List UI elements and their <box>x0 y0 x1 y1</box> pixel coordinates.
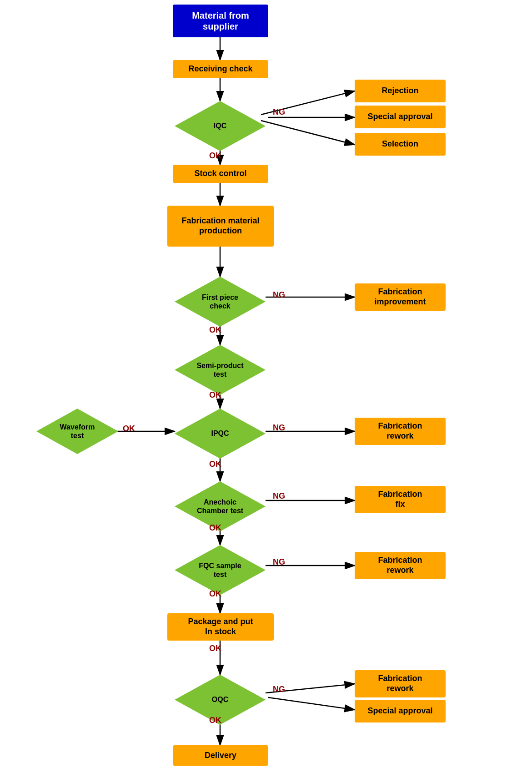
waveform-test-wrapper: Waveform test <box>36 409 118 454</box>
anechoic-ok-label: OK <box>209 523 221 533</box>
oqc-ng-label: NG <box>273 685 285 694</box>
package-put-in-stock-box: Package and put In stock <box>167 613 274 641</box>
fabrication-rework-3-box: Fabrication rework <box>355 670 446 697</box>
ipqc-wrapper: IPQC <box>175 409 266 459</box>
arrows-svg <box>0 0 532 778</box>
waveform-test-diamond: Waveform test <box>36 409 118 454</box>
fabrication-rework-1-box: Fabrication rework <box>355 418 446 445</box>
selection-box: Selection <box>355 133 446 156</box>
ipqc-ng-label: NG <box>273 423 285 433</box>
fab-material-production-box: Fabrication material production <box>167 206 274 247</box>
ipqc-ok-label: OK <box>209 460 221 469</box>
svg-line-21 <box>268 697 355 710</box>
fabrication-fix-box: Fabrication fix <box>355 486 446 513</box>
iqc-diamond: IQC <box>175 101 266 151</box>
fabrication-rework-2-box: Fabrication rework <box>355 552 446 579</box>
oqc-ok-label: OK <box>209 716 221 725</box>
fqc-ok-label: OK <box>209 589 221 599</box>
anechoic-ng-label: NG <box>273 491 285 501</box>
package-ok-label: OK <box>209 644 221 653</box>
first-piece-ok-label: OK <box>209 325 221 335</box>
fqc-sample-test-diamond: FQC sample test <box>175 545 266 595</box>
fabrication-improvement-box: Fabrication improvement <box>355 283 446 311</box>
waveform-ok-label: OK <box>123 424 135 434</box>
iqc-diamond-wrapper: IQC <box>175 101 266 151</box>
ipqc-diamond: IPQC <box>175 409 266 459</box>
material-from-supplier-box: Material from supplier <box>173 5 268 37</box>
svg-line-5 <box>261 121 355 145</box>
fqc-ng-label: NG <box>273 557 285 567</box>
fqc-sample-test-wrapper: FQC sample test <box>175 545 266 595</box>
rejection-box: Rejection <box>355 80 446 102</box>
delivery-box: Delivery <box>173 745 268 766</box>
receiving-check-box: Receiving check <box>173 60 268 78</box>
semi-product-test-wrapper: Semi-product test <box>175 345 266 395</box>
iqc-ng-label: NG <box>273 107 285 117</box>
semi-product-ok-label: OK <box>209 390 221 400</box>
first-piece-check-diamond: First piece check <box>175 277 266 327</box>
flowchart: Material from supplier Receiving check I… <box>0 0 532 778</box>
first-piece-check-wrapper: First piece check <box>175 277 266 327</box>
semi-product-test-diamond: Semi-product test <box>175 345 266 395</box>
stock-control-box: Stock control <box>173 165 268 183</box>
iqc-ok-label: OK <box>209 151 221 161</box>
special-approval-2-box: Special approval <box>355 700 446 722</box>
special-approval-1-box: Special approval <box>355 106 446 128</box>
first-piece-ng-label: NG <box>273 290 285 300</box>
